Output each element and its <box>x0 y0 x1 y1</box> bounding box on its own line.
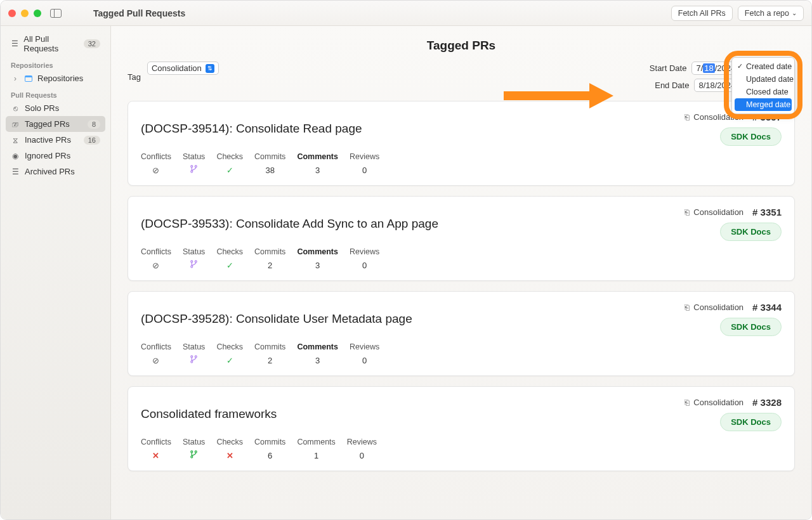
svg-point-5 <box>195 261 197 263</box>
updown-icon: ⇅ <box>206 64 214 73</box>
pr-tag: Consolidation <box>693 207 743 217</box>
fetch-all-prs-button[interactable]: Fetch All PRs <box>671 6 733 21</box>
content-area: Tagged PRs Tag Consolidation ⇅ Start Dat… <box>111 26 811 519</box>
pr-card: (DOCSP-39533): Consolidate Add Sync to a… <box>128 196 795 281</box>
sidebar-item-label: Inactive PRs <box>25 135 71 145</box>
sidebar-item-solo-prs[interactable]: ⎋ Solo PRs <box>6 100 105 116</box>
checks-pass-icon: ✓ <box>226 356 233 365</box>
status-open-icon <box>190 450 198 460</box>
stat-comments-value: 3 <box>315 355 320 365</box>
stat-checks-label: Checks <box>216 247 243 256</box>
sdk-docs-button[interactable]: SDK Docs <box>720 318 782 336</box>
stat-commits-value: 2 <box>268 260 272 270</box>
sidebar-all-label: All Pull Requests <box>23 34 78 53</box>
stat-commits-value: 2 <box>268 355 272 365</box>
stat-comments-value: 3 <box>315 260 320 270</box>
svg-point-3 <box>191 261 193 263</box>
dropdown-option-closed-date[interactable]: Closed date <box>735 86 792 98</box>
tag-icon: ⎘ <box>11 120 20 129</box>
sidebar-repositories-label: Repositories <box>37 74 83 83</box>
sidebar-item-archived-prs[interactable]: ☰ Archived PRs <box>6 164 105 179</box>
start-date-label: Start Date <box>650 63 687 73</box>
stat-comments-label: Comments <box>297 342 338 351</box>
sidebar-item-ignored-prs[interactable]: ◉ Ignored PRs <box>6 148 105 164</box>
stat-commits-value: 38 <box>265 165 274 175</box>
end-date-value: 8/18/2024 <box>698 81 735 90</box>
sidebar-item-label: Archived PRs <box>25 167 75 176</box>
stat-status-label: Status <box>183 438 205 446</box>
sidebar-all-count: 32 <box>84 39 100 48</box>
stat-conflicts-label: Conflicts <box>141 247 171 256</box>
sidebar-item-inactive-prs[interactable]: ⧖ Inactive PRs 16 <box>6 132 105 148</box>
tag-icon: ⎗ <box>684 112 690 122</box>
svg-point-6 <box>191 356 193 358</box>
stat-reviews-label: Reviews <box>350 342 379 351</box>
tag-select[interactable]: Consolidation ⇅ <box>147 62 219 75</box>
svg-point-7 <box>191 361 193 363</box>
chevron-right-icon: › <box>11 74 20 83</box>
tag-value: Consolidation <box>152 63 202 73</box>
sdk-docs-button[interactable]: SDK Docs <box>720 223 782 241</box>
sidebar-section-repositories: Repositories <box>6 56 105 70</box>
tag-label: Tag <box>128 72 141 82</box>
sdk-docs-button[interactable]: SDK Docs <box>720 413 782 431</box>
no-conflicts-icon: ⊘ <box>152 166 159 175</box>
fetch-repo-dropdown[interactable]: Fetch a repo⌄ <box>738 6 804 21</box>
status-draft-icon <box>190 165 198 175</box>
sidebar-item-count: 8 <box>88 120 100 129</box>
stat-status-label: Status <box>183 342 205 351</box>
stat-reviews-label: Reviews <box>350 152 379 161</box>
person-icon: ⎋ <box>11 104 20 113</box>
minimize-window-button[interactable] <box>21 10 29 17</box>
start-date-month: 7 <box>696 63 700 73</box>
svg-point-10 <box>191 456 193 458</box>
tag-icon: ⎗ <box>684 207 690 217</box>
checks-fail-icon: ✕ <box>226 451 233 460</box>
hourglass-icon: ⧖ <box>11 136 20 145</box>
stat-comments-label: Comments <box>297 247 338 256</box>
pr-number: # 3344 <box>752 302 782 313</box>
folder-icon <box>25 75 32 82</box>
sdk-docs-button[interactable]: SDK Docs <box>720 127 782 146</box>
stat-commits-label: Commits <box>254 438 285 446</box>
fetch-repo-label: Fetch a repo <box>745 9 789 18</box>
sidebar-repositories[interactable]: › Repositories <box>6 70 105 86</box>
pr-number: # 3328 <box>752 397 782 408</box>
pr-title: (DOCSP-39528): Consolidate User Metadata… <box>141 312 412 326</box>
pr-title: (DOCSP-39514): Consolidate Read page <box>141 122 362 136</box>
stat-status-label: Status <box>183 152 205 161</box>
stat-comments-value: 3 <box>315 165 320 175</box>
dropdown-option-updated-date[interactable]: Updated date <box>735 73 792 86</box>
stat-commits-value: 6 <box>268 450 272 460</box>
window-controls <box>8 10 41 17</box>
close-window-button[interactable] <box>8 10 16 17</box>
svg-point-0 <box>191 166 193 167</box>
page-title: Tagged PRs <box>128 39 795 53</box>
fullscreen-window-button[interactable] <box>34 10 41 17</box>
stat-checks-label: Checks <box>216 438 243 446</box>
sidebar-section-pull-requests: Pull Requests <box>6 86 105 100</box>
stat-conflicts-label: Conflicts <box>141 152 171 161</box>
tray-icon: ☰ <box>11 39 18 48</box>
sidebar-all-pull-requests[interactable]: ☰ All Pull Requests 32 <box>6 31 105 56</box>
checks-pass-icon: ✓ <box>226 261 233 270</box>
sidebar: ☰ All Pull Requests 32 Repositories › Re… <box>1 26 111 519</box>
svg-point-11 <box>195 451 197 453</box>
tag-icon: ⎗ <box>684 302 690 312</box>
dropdown-option-created-date[interactable]: Created date <box>735 60 792 73</box>
filter-by-dropdown[interactable]: Created date Updated date Closed date Me… <box>731 57 795 114</box>
dropdown-option-merged-date[interactable]: Merged date <box>735 98 792 111</box>
toggle-sidebar-icon[interactable] <box>50 9 62 18</box>
stat-comments-label: Comments <box>297 152 338 161</box>
stat-commits-label: Commits <box>254 342 285 351</box>
sidebar-item-count: 16 <box>84 136 100 145</box>
fetch-all-label: Fetch All PRs <box>678 9 726 18</box>
sidebar-item-tagged-prs[interactable]: ⎘ Tagged PRs 8 <box>6 116 105 132</box>
pr-title: (DOCSP-39533): Consolidate Add Sync to a… <box>141 217 438 231</box>
sidebar-item-label: Tagged PRs <box>25 119 70 129</box>
stat-commits-label: Commits <box>254 152 285 161</box>
stat-reviews-label: Reviews <box>347 438 377 446</box>
no-conflicts-icon: ⊘ <box>152 356 159 365</box>
stat-reviews-value: 0 <box>360 450 364 460</box>
start-date-day: 18 <box>703 63 714 73</box>
